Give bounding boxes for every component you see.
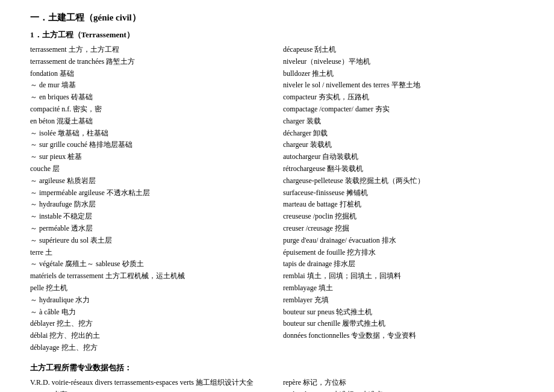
list-item: compacité n.f. 密实，密 — [30, 104, 271, 116]
list-item: remblai 填土，回填；回填土，回填料 — [283, 270, 524, 282]
page-title: 一．土建工程（génie civil） — [30, 12, 524, 23]
list-item: chargeur 装载机 — [283, 139, 524, 151]
list-item: niveler le sol / nivellement des terres … — [283, 79, 524, 92]
list-item: camion 卡车 — [30, 389, 271, 392]
list-item: chargeuse-pelleteuse 装载挖掘土机（两头忙） — [283, 175, 524, 187]
list-item: ～ argileuse 粘质岩层 — [30, 175, 271, 187]
list-item: épuisement de fouille 挖方排水 — [283, 247, 524, 259]
list-item: en béton 混凝土基础 — [30, 116, 271, 128]
list-item: ～ en briques 砖基础 — [30, 92, 271, 104]
list-item: ～ hydraufuge 防水层 — [30, 199, 271, 211]
list-item: rétrochargeuse 翻斗装载机 — [283, 163, 524, 175]
list-item: purge d'eau/ drainage/ évacuation 排水 — [283, 235, 524, 247]
list-item: ～ de mur 墙基 — [30, 79, 271, 92]
list-item: ～ hydraulique 水力 — [30, 294, 271, 306]
section1-title: 1．土方工程（Terrassement） — [30, 30, 524, 40]
list-item: déblayage 挖土、挖方 — [30, 342, 271, 354]
list-item: marteau de battage 打桩机 — [283, 199, 524, 211]
list-item: remblayer 充填 — [283, 294, 524, 306]
list-item: bouteur sur pneus 轮式推土机 — [283, 306, 524, 319]
list-item: compacteur 夯实机，压路机 — [283, 92, 524, 104]
list-item: ～ à câble 电力 — [30, 306, 271, 319]
list-item: bulldozer 推土机 — [283, 68, 524, 80]
left-column: terrassement 土方，土方工程terrassement de tran… — [30, 44, 271, 354]
list-item: creuseuse /poclin 挖掘机 — [283, 211, 524, 223]
list-item: autochargeur 自动装载机 — [283, 151, 524, 163]
list-item: terrassement de tranchées 路堑土方 — [30, 56, 271, 68]
list-item: charger 装载 — [283, 116, 524, 128]
list-item: ～ végétale 腐殖土～ sableuse 砂质土 — [30, 258, 271, 270]
list-item: surfaceuse-finisseuse 摊铺机 — [283, 187, 524, 199]
list-item: décapeuse 刮土机 — [283, 44, 524, 56]
list-item: pelle 挖土机 — [30, 282, 271, 294]
list-item: niveleur（niveleuse）平地机 — [283, 56, 524, 68]
list-item: couche 层 — [30, 163, 271, 175]
list-item: repère de niveau 水准标，水准点 — [283, 389, 524, 392]
list-item: bouteur sur chenille 履带式推土机 — [283, 318, 524, 330]
list-item: déblayer 挖土、挖方 — [30, 318, 271, 330]
list-item: ～ instable 不稳定层 — [30, 211, 271, 223]
list-item: ～ perméable 透水层 — [30, 223, 271, 235]
list-item: compactage /compacter/ damer 夯实 — [283, 104, 524, 116]
list-item: terrassement 土方，土方工程 — [30, 44, 271, 56]
right-column: décapeuse 刮土机niveleur（niveleuse）平地机bulld… — [283, 44, 524, 354]
list-item: fondation 基础 — [30, 68, 271, 80]
right-column-2: repère 标记，方位标repère de niveau 水准标，水准点rel… — [283, 377, 524, 392]
list-item: repère 标记，方位标 — [283, 377, 524, 389]
list-item: ～ isolée 墩基础，柱基础 — [30, 128, 271, 140]
list-item: remblayage 填土 — [283, 282, 524, 294]
list-item: matériels de terrassement 土方工程机械，运土机械 — [30, 270, 271, 282]
list-item: ～ sur grille couché 格排地层基础 — [30, 139, 271, 151]
list-item: données fonctionnelles 专业数据，专业资料 — [283, 330, 524, 342]
list-item: ～ sur pieux 桩基 — [30, 151, 271, 163]
subsection-title: 土方工程所需专业数据包括： — [30, 362, 524, 373]
list-item: ～ imperméable argileuse 不透水粘土层 — [30, 187, 271, 199]
list-item: terre 土 — [30, 247, 271, 259]
left-column-2: V.R.D. voirie-réseaux divers terrassemen… — [30, 377, 271, 392]
list-item: ～ supérieure du sol 表土层 — [30, 235, 271, 247]
list-item: V.R.D. voirie-réseaux divers terrassemen… — [30, 377, 271, 389]
list-item: déblai 挖方、挖出的土 — [30, 330, 271, 342]
list-item: décharger 卸载 — [283, 128, 524, 140]
list-item: tapis de drainage 排水层 — [283, 258, 524, 270]
list-item: creuser /creusage 挖掘 — [283, 223, 524, 235]
